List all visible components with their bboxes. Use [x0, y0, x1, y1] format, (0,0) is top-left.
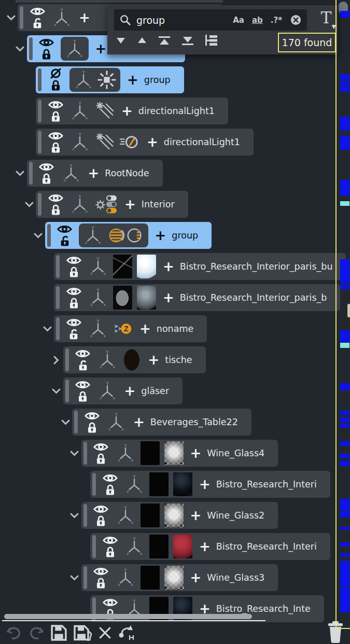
row-bar[interactable]: Yzx+gläser [63, 377, 183, 404]
tree-row-directionalLight1[interactable]: Yzx+directionalLight1 [22, 129, 254, 156]
drag-handle[interactable] [38, 193, 41, 216]
tree-row-noname[interactable]: YzxZ+noname [40, 315, 207, 342]
horizontal-scrollbar[interactable] [2, 613, 265, 621]
match-case-button[interactable]: Aa [233, 16, 244, 25]
chevron-down-icon[interactable] [68, 513, 81, 519]
row-bar[interactable]: Yzx+Wine_Glass2 [81, 502, 278, 529]
drag-handle[interactable] [29, 162, 33, 185]
delete-button[interactable] [97, 625, 113, 641]
tree-row-Bistro_Research_Interior_paris_b[interactable]: Yzx+Bistro_Research_Interior_paris_b [40, 284, 340, 311]
chevron-right-icon[interactable] [50, 356, 63, 365]
lock-closed-icon[interactable] [105, 484, 115, 496]
add-icon[interactable]: + [139, 321, 151, 337]
tree-row-Bistro_Research_Interi[interactable]: Yzx+Bistro_Research_Interi [77, 471, 330, 498]
tree-row-group[interactable]: Yzx+group [22, 66, 184, 93]
chevron-down-icon[interactable] [4, 15, 18, 21]
tree-row-Beverages_Table22[interactable]: Yzx+Beverages_Table22 [59, 409, 251, 436]
add-icon[interactable]: + [121, 103, 133, 119]
lock-open-icon[interactable] [68, 328, 79, 341]
undo-button[interactable] [5, 624, 23, 641]
add-icon[interactable]: + [199, 477, 211, 492]
add-icon[interactable]: + [190, 445, 202, 461]
visibility-icon[interactable] [48, 131, 63, 141]
drag-handle[interactable] [47, 224, 51, 247]
visibility-icon[interactable] [66, 286, 81, 297]
drag-handle[interactable] [83, 504, 87, 527]
drag-handle[interactable] [92, 473, 96, 496]
row-bar[interactable]: Yzx+tische [63, 346, 206, 373]
row-bar[interactable]: Yzx+Wine_Glass4 [81, 440, 278, 467]
lock-open-icon[interactable] [32, 17, 43, 30]
row-bar[interactable]: Yzx+Bistro_Research_Interi [90, 533, 330, 560]
row-bar[interactable]: YzxZ+noname [54, 315, 207, 342]
save-as-button[interactable] [73, 624, 92, 642]
row-bar[interactable]: Yzx+Wine_Glass3 [81, 564, 278, 591]
drag-handle[interactable] [56, 255, 60, 278]
reparent-button[interactable] [118, 624, 137, 641]
first-match-button[interactable] [158, 36, 171, 46]
text-tool-dropdown[interactable]: T▼ [316, 8, 336, 31]
visibility-icon[interactable] [93, 566, 108, 577]
lock-closed-icon[interactable] [51, 110, 61, 123]
add-icon[interactable]: + [95, 41, 107, 57]
chevron-down-icon[interactable] [50, 388, 63, 394]
search-query-text[interactable]: group [136, 15, 165, 26]
lock-closed-icon[interactable] [41, 173, 51, 185]
row-bar[interactable]: Yzx+Bistro_Research_Interi [90, 471, 330, 498]
add-icon[interactable]: + [148, 352, 160, 368]
lock-closed-icon[interactable] [41, 48, 51, 61]
visibility-icon[interactable] [103, 473, 118, 483]
row-bar[interactable]: Yzx+group [45, 222, 212, 249]
drag-handle[interactable] [65, 348, 69, 371]
tree-row-directionalLight1[interactable]: Yzx+directionalLight1 [22, 97, 228, 124]
chevron-down-icon[interactable] [68, 575, 81, 581]
chevron-down-icon[interactable] [40, 326, 54, 332]
tree-row-group[interactable]: Yzx+group [32, 222, 212, 249]
chevron-down-icon[interactable] [59, 419, 72, 425]
lock-closed-icon[interactable] [51, 204, 61, 216]
visibility-icon[interactable] [48, 100, 63, 110]
drag-handle[interactable] [83, 566, 87, 589]
drag-handle[interactable] [38, 100, 41, 122]
visibility-icon[interactable] [66, 255, 81, 265]
tree-row-Bistro_Research_Interi[interactable]: Yzx+Bistro_Research_Interi [77, 533, 330, 560]
visibility-icon[interactable] [103, 597, 118, 608]
visibility-icon[interactable] [93, 442, 108, 452]
add-icon[interactable]: + [79, 10, 90, 25]
lock-closed-icon[interactable] [51, 79, 61, 92]
drag-handle[interactable] [38, 131, 41, 153]
visibility-icon[interactable] [75, 380, 90, 390]
add-icon[interactable]: + [124, 383, 136, 399]
row-bar[interactable]: Yzx+directionalLight1 [36, 129, 254, 156]
regex-button[interactable]: .?* [271, 16, 282, 25]
tree-row-Wine_Glass2[interactable]: Yzx+Wine_Glass2 [68, 502, 278, 529]
tree-row-Interior[interactable]: Yzx+Interior [22, 191, 188, 218]
drag-handle[interactable] [74, 411, 78, 433]
redo-button[interactable] [27, 624, 45, 641]
drag-handle[interactable] [92, 535, 96, 558]
row-bar[interactable]: Yzx+Beverages_Table22 [72, 409, 251, 436]
drag-handle[interactable] [56, 317, 60, 340]
tree-list-view-button[interactable] [205, 35, 218, 46]
visibility-icon[interactable] [30, 6, 45, 17]
clear-search-icon[interactable] [290, 14, 302, 26]
chevron-down-icon[interactable] [32, 233, 45, 239]
chevron-down-icon[interactable] [13, 171, 27, 176]
previous-match-button[interactable] [137, 37, 147, 44]
add-icon[interactable]: + [163, 290, 174, 305]
drag-handle[interactable] [65, 380, 69, 402]
drag-handle[interactable] [38, 68, 41, 91]
visibility-icon[interactable] [93, 504, 108, 514]
row-bar[interactable]: Yzx+Interior [36, 191, 188, 218]
visibility-icon[interactable] [39, 162, 54, 172]
add-icon[interactable]: + [127, 72, 138, 88]
row-bar[interactable]: Yzx+directionalLight1 [36, 97, 228, 124]
horizontal-scrollbar-thumb[interactable] [4, 614, 252, 619]
drag-handle[interactable] [29, 37, 33, 60]
visibility-icon[interactable] [39, 37, 54, 48]
tree-row-Wine_Glass4[interactable]: Yzx+Wine_Glass4 [68, 440, 278, 467]
lock-closed-icon[interactable] [51, 142, 61, 154]
tree-row-tische[interactable]: Yzx+tische [50, 346, 206, 373]
tree-row-Wine_Glass3[interactable]: Yzx+Wine_Glass3 [68, 564, 278, 591]
add-icon[interactable]: + [124, 197, 136, 212]
